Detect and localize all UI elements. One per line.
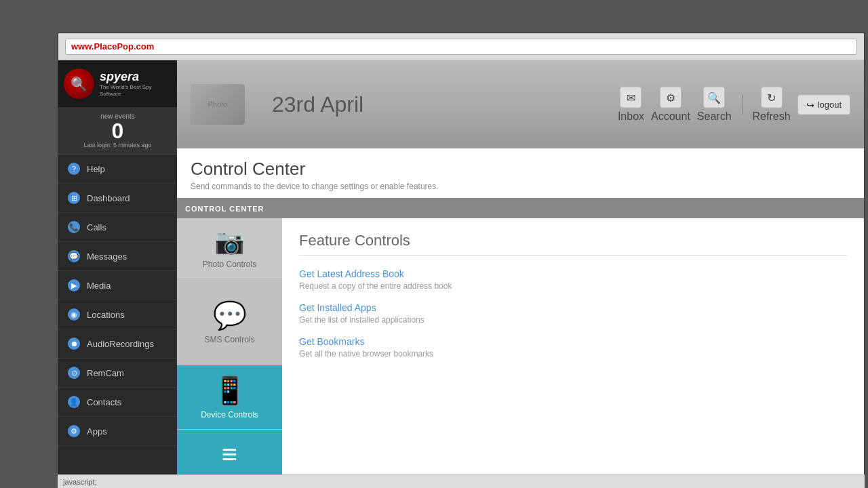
feature-controls-icon: ≡ bbox=[182, 439, 277, 470]
sidebar-item-contacts[interactable]: 👤 Contacts bbox=[58, 388, 177, 417]
sidebar: 🔍 spyera The World's Best Spy Software n… bbox=[58, 60, 177, 480]
top-header: Photo 23rd April ✉ Inbox ⚙ Account 🔍 Sea… bbox=[177, 60, 864, 148]
get-bookmarks-link[interactable]: Get Bookmarks bbox=[299, 336, 364, 347]
sidebar-item-audiorecordings[interactable]: ⏺ AudioRecordings bbox=[58, 329, 177, 359]
sidebar-item-label: Locations bbox=[87, 310, 125, 320]
device-controls-icon: 📱 bbox=[182, 375, 277, 407]
header-date: 23rd April bbox=[272, 92, 363, 117]
header-divider bbox=[742, 94, 743, 115]
panel-photo-label: Photo Controls bbox=[203, 260, 256, 269]
sidebar-item-label: RemCam bbox=[87, 368, 124, 378]
get-address-book-link[interactable]: Get Latest Address Book bbox=[299, 268, 404, 279]
sidebar-logo: 🔍 spyera The World's Best Spy Software bbox=[58, 60, 177, 107]
sidebar-item-dashboard[interactable]: ⊞ Dashboard bbox=[58, 184, 177, 213]
calls-icon: 📞 bbox=[68, 221, 80, 233]
control-section: Control Center Send commands to the devi… bbox=[177, 148, 864, 480]
breadcrumb-bar: CONTROL CENTER bbox=[177, 198, 864, 218]
logout-label: logout bbox=[818, 100, 842, 110]
profile-photo: Photo bbox=[191, 84, 245, 125]
events-count: 0 bbox=[58, 120, 177, 142]
refresh-label: Refresh bbox=[753, 110, 791, 123]
refresh-icon: ↻ bbox=[761, 87, 783, 108]
logo-sub: The World's Best Spy Software bbox=[100, 84, 172, 97]
logo-text: spyera bbox=[100, 70, 172, 84]
refresh-button[interactable]: ↻ Refresh bbox=[753, 87, 791, 123]
sidebar-item-label: AudioRecordings bbox=[87, 339, 154, 349]
photo-controls-icon: 📷 bbox=[182, 228, 277, 256]
panel-photo[interactable]: 📷 Photo Controls bbox=[177, 218, 282, 279]
sidebar-item-label: Help bbox=[87, 164, 105, 174]
panel-device-label: Device Controls bbox=[201, 410, 258, 420]
inbox-button[interactable]: ✉ Inbox bbox=[618, 87, 644, 123]
sms-controls-icon: 💬 bbox=[182, 300, 277, 331]
status-text: javascript; bbox=[63, 478, 97, 486]
sidebar-item-label: Messages bbox=[87, 251, 127, 262]
events-box: new events 0 Last login: 5 minutes ago bbox=[58, 107, 177, 155]
sidebar-item-label: Calls bbox=[87, 222, 106, 232]
control-panels: 📷 Photo Controls 💬 SMS Controls 📱 Device… bbox=[177, 218, 282, 480]
search-button[interactable]: 🔍 Search bbox=[697, 87, 732, 123]
panel-sms[interactable]: 💬 SMS Controls bbox=[177, 279, 282, 365]
page-title: Control Center bbox=[191, 159, 850, 180]
panel-device[interactable]: 📱 Device Controls bbox=[177, 365, 282, 430]
panel-sms-label: SMS Controls bbox=[204, 335, 254, 344]
sidebar-item-help[interactable]: ? Help bbox=[58, 155, 177, 184]
audio-icon: ⏺ bbox=[68, 338, 80, 350]
inbox-label: Inbox bbox=[618, 110, 644, 123]
locations-icon: ◉ bbox=[68, 308, 80, 321]
feature-item-address-book: Get Latest Address Book Request a copy o… bbox=[299, 268, 847, 291]
get-installed-apps-link[interactable]: Get Installed Apps bbox=[299, 302, 376, 313]
address-book-desc: Request a copy of the entire address boo… bbox=[299, 281, 847, 291]
search-icon: 🔍 bbox=[703, 87, 725, 108]
account-button[interactable]: ⚙ Account bbox=[651, 87, 690, 123]
sidebar-item-locations[interactable]: ◉ Locations bbox=[58, 300, 177, 329]
sidebar-item-calls[interactable]: 📞 Calls bbox=[58, 213, 177, 242]
search-label: Search bbox=[697, 110, 732, 123]
feature-divider bbox=[299, 255, 847, 256]
sidebar-item-apps[interactable]: ⚙ Apps bbox=[58, 417, 177, 446]
sidebar-item-label: Contacts bbox=[87, 397, 121, 407]
page-subtitle: Send commands to the device to change se… bbox=[191, 182, 850, 191]
remcam-icon: ⊙ bbox=[68, 367, 80, 379]
sidebar-item-remcam[interactable]: ⊙ RemCam bbox=[58, 359, 177, 388]
sidebar-item-media[interactable]: ▶ Media bbox=[58, 271, 177, 300]
content-area: Photo 23rd April ✉ Inbox ⚙ Account 🔍 Sea… bbox=[177, 60, 864, 480]
apps-icon: ⚙ bbox=[68, 425, 80, 437]
account-icon: ⚙ bbox=[660, 87, 682, 108]
sidebar-item-label: Apps bbox=[87, 426, 107, 436]
feature-item-bookmarks: Get Bookmarks Get all the native browser… bbox=[299, 336, 847, 359]
feature-item-installed-apps: Get Installed Apps Get the list of insta… bbox=[299, 302, 847, 325]
status-bar: javascript; bbox=[58, 474, 865, 488]
header-actions: ✉ Inbox ⚙ Account 🔍 Search ↻ Refresh bbox=[618, 87, 850, 123]
dashboard-icon: ⊞ bbox=[68, 192, 80, 204]
url-text: www.PlacePop.com bbox=[71, 41, 154, 52]
feature-area-title: Feature Controls bbox=[299, 232, 847, 249]
sidebar-item-messages[interactable]: 💬 Messages bbox=[58, 242, 177, 271]
bookmarks-desc: Get all the native browser bookmarks bbox=[299, 349, 847, 359]
url-bar[interactable]: www.PlacePop.com bbox=[65, 39, 857, 55]
contacts-icon: 👤 bbox=[68, 396, 80, 408]
sidebar-item-label: Media bbox=[87, 281, 111, 291]
last-login-text: Last login: 5 minutes ago bbox=[58, 142, 177, 148]
logo-icon: 🔍 bbox=[64, 68, 94, 99]
control-body: 📷 Photo Controls 💬 SMS Controls 📱 Device… bbox=[177, 218, 864, 480]
breadcrumb: CONTROL CENTER bbox=[185, 205, 264, 213]
media-icon: ▶ bbox=[68, 279, 80, 291]
sidebar-item-label: Dashboard bbox=[87, 193, 130, 203]
help-icon: ? bbox=[68, 163, 80, 175]
account-label: Account bbox=[651, 110, 690, 123]
logout-icon: ↪ bbox=[806, 99, 814, 110]
feature-area: Feature Controls Get Latest Address Book… bbox=[282, 218, 864, 480]
installed-apps-desc: Get the list of installed applications bbox=[299, 315, 847, 325]
logout-button[interactable]: ↪ logout bbox=[797, 94, 850, 115]
panel-feature[interactable]: ≡ Feature Controls bbox=[177, 430, 282, 480]
inbox-icon: ✉ bbox=[620, 87, 642, 108]
messages-icon: 💬 bbox=[68, 250, 80, 262]
control-title-area: Control Center Send commands to the devi… bbox=[177, 148, 864, 198]
